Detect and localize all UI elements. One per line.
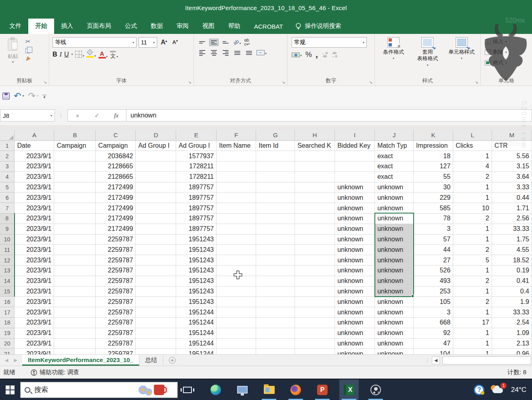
cell-I18[interactable]: unknown bbox=[335, 318, 375, 328]
cell-H10[interactable] bbox=[295, 234, 335, 245]
cell-C16[interactable]: 2259787 bbox=[96, 297, 136, 307]
cell-B14[interactable] bbox=[54, 276, 96, 286]
column-header-E[interactable]: E bbox=[176, 130, 217, 140]
cell-H19[interactable] bbox=[295, 328, 335, 338]
cell-G6[interactable] bbox=[256, 193, 295, 203]
underline-button[interactable]: U bbox=[64, 51, 69, 58]
cell-H3[interactable] bbox=[295, 161, 335, 172]
cell-C20[interactable]: 2259787 bbox=[96, 338, 136, 349]
cell-K7[interactable]: 585 bbox=[414, 203, 453, 214]
cell-D4[interactable] bbox=[136, 172, 176, 182]
cell-K17[interactable]: 3 bbox=[414, 307, 453, 318]
cell-D5[interactable] bbox=[136, 182, 176, 193]
row-header-9[interactable]: 9 bbox=[0, 224, 15, 234]
row-header-19[interactable]: 19 bbox=[0, 328, 15, 338]
number-dialog-launcher[interactable]: ↘ bbox=[369, 80, 372, 84]
cell-J3[interactable]: exact bbox=[375, 161, 414, 172]
cell-M12[interactable]: 18.52 bbox=[492, 255, 532, 266]
ribbon-tab-插入[interactable]: 插入 bbox=[54, 19, 80, 34]
excel-button[interactable]: X bbox=[339, 379, 359, 400]
cell-L2[interactable]: 1 bbox=[453, 151, 492, 161]
orientation-button[interactable]: ab▾ bbox=[233, 39, 241, 45]
row-header-1[interactable]: 1 bbox=[0, 140, 15, 151]
align-left-button[interactable] bbox=[198, 49, 206, 57]
cell-L9[interactable]: 1 bbox=[453, 224, 492, 234]
row-header-17[interactable]: 17 bbox=[0, 307, 15, 318]
cell-G8[interactable] bbox=[256, 214, 295, 224]
cell-K14[interactable]: 493 bbox=[414, 276, 453, 286]
column-header-J[interactable]: J bbox=[375, 130, 414, 140]
cell-K2[interactable]: 18 bbox=[414, 151, 453, 161]
decrease-indent-button[interactable] bbox=[233, 50, 242, 56]
cell-L5[interactable]: 1 bbox=[453, 182, 492, 193]
cell-B15[interactable] bbox=[54, 286, 96, 297]
cell-C10[interactable]: 2259787 bbox=[96, 234, 136, 245]
cell-A14[interactable]: 2023/9/1 bbox=[15, 276, 54, 286]
cell-D3[interactable] bbox=[136, 161, 176, 172]
cell-D13[interactable] bbox=[136, 266, 176, 276]
cell-B21[interactable] bbox=[54, 349, 96, 354]
cell-D14[interactable] bbox=[136, 276, 176, 286]
cell-M21[interactable]: 0.96 bbox=[492, 349, 532, 354]
cell-C11[interactable]: 2259787 bbox=[96, 245, 136, 255]
column-header-G[interactable]: G bbox=[256, 130, 295, 140]
cell-H13[interactable] bbox=[295, 266, 335, 276]
help-tray-button[interactable]: ? bbox=[474, 385, 484, 395]
insert-cells-button[interactable]: 插入▾ bbox=[485, 36, 532, 47]
cell-I6[interactable]: unknown bbox=[335, 193, 375, 203]
cell-F21[interactable] bbox=[217, 349, 256, 354]
cell-B2[interactable] bbox=[54, 151, 96, 161]
row-header-2[interactable]: 2 bbox=[0, 151, 15, 161]
cell-C8[interactable]: 2172499 bbox=[96, 214, 136, 224]
row-header-14[interactable]: 14 bbox=[0, 276, 15, 286]
redo-button[interactable]: ↷▾ bbox=[28, 92, 38, 101]
cell-K9[interactable]: 3 bbox=[414, 224, 453, 234]
cell-K3[interactable]: 127 bbox=[414, 161, 453, 172]
cell-D12[interactable] bbox=[136, 255, 176, 266]
edge-button[interactable] bbox=[206, 379, 225, 400]
row-header-4[interactable]: 4 bbox=[0, 172, 15, 182]
styles-dialog-launcher[interactable]: ↘ bbox=[475, 80, 478, 84]
column-header-M[interactable]: M bbox=[492, 130, 532, 140]
cell-H2[interactable] bbox=[295, 151, 335, 161]
cell-A17[interactable]: 2023/9/1 bbox=[15, 307, 54, 318]
cell-I4[interactable] bbox=[335, 172, 375, 182]
cell-F13[interactable] bbox=[217, 266, 256, 276]
file-explorer-button[interactable] bbox=[259, 379, 279, 400]
cell-G4[interactable] bbox=[256, 172, 295, 182]
column-header-F[interactable]: F bbox=[217, 130, 256, 140]
cell-B1[interactable]: Campaign bbox=[54, 140, 96, 151]
cell-K15[interactable]: 253 bbox=[414, 286, 453, 297]
cell-M2[interactable]: 5.56 bbox=[492, 151, 532, 161]
cell-M16[interactable]: 1.9 bbox=[492, 297, 532, 307]
column-header-K[interactable]: K bbox=[414, 130, 453, 140]
ribbon-tab-ACROBAT[interactable]: ACROBAT bbox=[247, 19, 290, 34]
cell-A9[interactable]: 2023/9/1 bbox=[15, 224, 54, 234]
cell-I1[interactable]: Bidded Key bbox=[335, 140, 375, 151]
row-header-18[interactable]: 18 bbox=[0, 318, 15, 328]
cell-K6[interactable]: 229 bbox=[414, 193, 453, 203]
delete-cells-button[interactable]: 删除▾ bbox=[485, 47, 532, 57]
cell-I14[interactable]: unknown bbox=[335, 276, 375, 286]
cell-M14[interactable]: 0.41 bbox=[492, 276, 532, 286]
cell-J17[interactable]: unknown bbox=[375, 307, 414, 318]
cell-M10[interactable]: 1.75 bbox=[492, 234, 532, 245]
cell-F1[interactable]: Item Name bbox=[217, 140, 256, 151]
scrollbar-resizer[interactable]: ⋮ bbox=[425, 358, 429, 363]
cell-H17[interactable] bbox=[295, 307, 335, 318]
cell-A4[interactable]: 2023/9/1 bbox=[15, 172, 54, 182]
select-all-corner[interactable] bbox=[0, 130, 15, 140]
align-right-button[interactable] bbox=[221, 49, 230, 57]
phonetic-button[interactable]: wén文 ▾ bbox=[110, 50, 118, 59]
cell-D1[interactable]: Ad Group I bbox=[136, 140, 176, 151]
cell-L12[interactable]: 5 bbox=[453, 255, 492, 266]
cell-H21[interactable] bbox=[295, 349, 335, 354]
cell-D20[interactable] bbox=[136, 338, 176, 349]
cell-A15[interactable]: 2023/9/1 bbox=[15, 286, 54, 297]
cell-A7[interactable]: 2023/9/1 bbox=[15, 203, 54, 214]
top-align-button[interactable] bbox=[198, 40, 206, 45]
cell-H11[interactable] bbox=[295, 245, 335, 255]
cell-H1[interactable]: Searched K bbox=[295, 140, 335, 151]
cell-K4[interactable]: 55 bbox=[414, 172, 453, 182]
cell-B8[interactable] bbox=[54, 214, 96, 224]
